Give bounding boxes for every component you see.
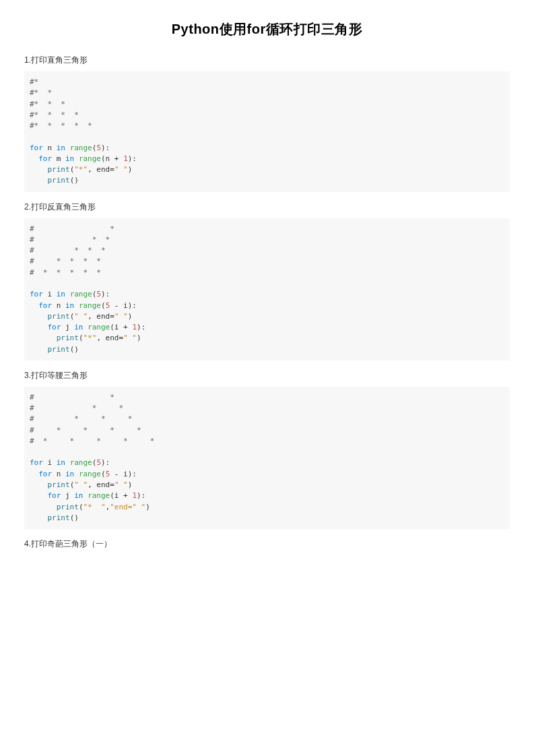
fn-print: print [48, 176, 70, 185]
comment-line: #* * * * [30, 111, 83, 119]
fn-range: range [70, 144, 92, 152]
paren: () [70, 176, 79, 185]
var: j [65, 491, 70, 500]
comment-line: #* * * [30, 100, 70, 108]
number: 5 [96, 290, 101, 298]
var: j [65, 323, 70, 332]
keyword-for: for [30, 144, 43, 152]
comment-line: # * * * * [30, 257, 106, 265]
paren: ): [101, 144, 110, 152]
section-1-label: 1.打印直角三角形 [24, 55, 510, 66]
comment-line: # * * * [30, 246, 110, 255]
paren: ): [128, 470, 137, 478]
code-block-2: # * # * * # * * * # * * * * # * * * * * … [24, 218, 510, 360]
code-block-3: # * # * * # * * * # * * * * # * * * * * … [24, 387, 510, 529]
var: n [57, 470, 61, 478]
keyword-for: for [38, 470, 52, 478]
keyword-in: in [57, 290, 65, 298]
var: i [48, 290, 53, 298]
code-block-1: #* #* * #* * * #* * * * #* * * * * for n… [24, 71, 510, 192]
paren: () [70, 513, 79, 522]
paren: ): [101, 290, 110, 298]
keyword-for: for [30, 290, 43, 298]
op: , end= [88, 480, 114, 489]
comment-line: # * * * * * [30, 437, 159, 445]
keyword-in: in [65, 470, 74, 478]
keyword-in: in [57, 458, 65, 467]
fn-range: range [79, 470, 101, 478]
paren: ( [101, 301, 106, 310]
fn-range: range [79, 301, 101, 310]
var: n [57, 301, 61, 310]
paren: ( [79, 503, 84, 511]
string: "*" [74, 165, 88, 174]
paren: ): [101, 458, 110, 467]
comment-line: # * [30, 393, 119, 402]
section-2-label: 2.打印反直角三角形 [24, 201, 510, 213]
string: "* " [84, 503, 106, 511]
op: - i [110, 470, 128, 478]
keyword-in: in [74, 323, 83, 332]
string: "end=" " [110, 503, 145, 511]
paren: ) [128, 312, 133, 321]
paren: ): [128, 154, 137, 163]
paren: (n + [101, 154, 123, 163]
op: , end= [88, 312, 114, 321]
fn-print: print [48, 165, 70, 174]
string: "*" [84, 334, 97, 342]
fn-range: range [88, 491, 110, 500]
fn-print: print [57, 334, 79, 342]
fn-range: range [79, 154, 101, 163]
paren: ) [145, 503, 150, 511]
var: n [48, 144, 53, 152]
comment-line: # * * * * [30, 426, 145, 435]
keyword-for: for [38, 154, 52, 163]
comment-line: # * * [30, 404, 128, 412]
comment-line: #* * * * * [30, 121, 96, 130]
number: 1 [123, 154, 128, 163]
paren: (i + [110, 323, 132, 332]
paren: ) [128, 480, 133, 489]
fn-range: range [88, 323, 110, 332]
comment-line: # * * * * * [30, 268, 106, 277]
comment-line: # * * * [30, 414, 137, 423]
fn-print: print [48, 345, 70, 354]
paren: ): [137, 323, 145, 332]
comment-line: # * * [30, 235, 114, 244]
keyword-in: in [74, 491, 83, 500]
paren: ) [128, 165, 133, 174]
paren: ): [137, 491, 145, 500]
fn-print: print [48, 312, 70, 321]
string: " " [114, 165, 128, 174]
section-3-label: 3.打印等腰三角形 [24, 370, 510, 381]
number: 5 [96, 458, 101, 467]
fn-print: print [57, 503, 79, 511]
keyword-for: for [48, 323, 61, 332]
keyword-in: in [65, 154, 74, 163]
paren: () [70, 345, 79, 354]
comment-line: # * [30, 224, 119, 233]
number: 1 [132, 323, 137, 332]
section-4-label: 4.打印奇葩三角形（一） [24, 538, 510, 550]
number: 1 [132, 491, 137, 500]
comment-line: #* [30, 77, 43, 86]
paren: ( [101, 470, 106, 478]
string: " " [74, 480, 88, 489]
fn-print: print [48, 513, 70, 522]
keyword-for: for [48, 491, 61, 500]
string: " " [114, 312, 128, 321]
keyword-for: for [30, 458, 43, 467]
var: m [57, 154, 61, 163]
string: " " [74, 312, 88, 321]
op: - i [110, 301, 128, 310]
comment-line: #* * [30, 88, 57, 97]
paren: ) [137, 334, 141, 342]
keyword-in: in [65, 301, 74, 310]
paren: ): [128, 301, 137, 310]
string: " " [123, 334, 137, 342]
fn-range: range [70, 290, 92, 298]
fn-print: print [48, 480, 70, 489]
op: , end= [96, 334, 123, 342]
number: 5 [96, 144, 101, 152]
keyword-in: in [57, 144, 65, 152]
